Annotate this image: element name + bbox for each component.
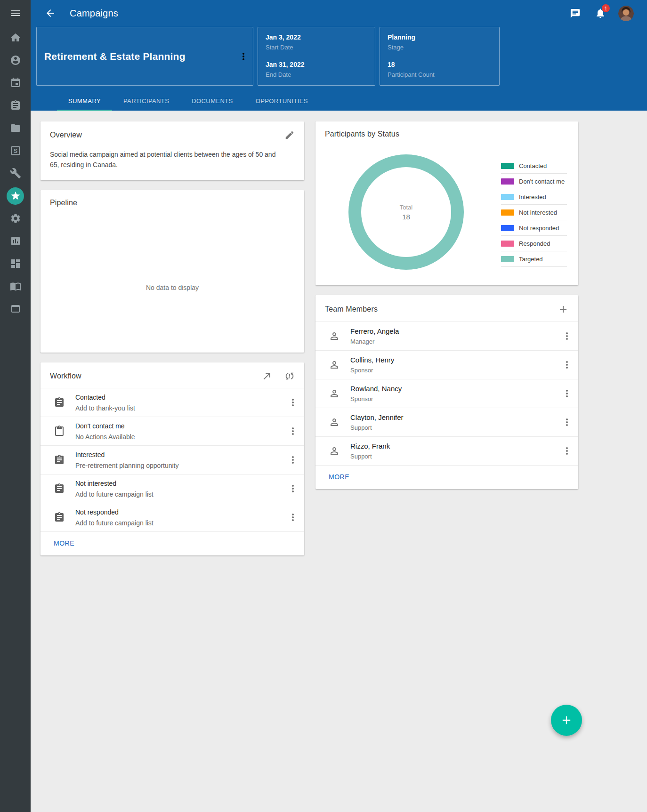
workflow-action: Pre-retirement planning opportunity <box>75 462 287 469</box>
workflow-row-menu-button[interactable] <box>287 512 299 523</box>
sidebar-item-dashboard[interactable] <box>0 252 31 275</box>
sidebar-item-calendar[interactable] <box>0 72 31 94</box>
plus-icon <box>560 714 573 727</box>
team-member-text: Clayton, Jennifer Support <box>350 413 561 431</box>
topbar: Campaigns 1 <box>31 0 647 26</box>
user-avatar[interactable] <box>618 6 634 21</box>
sidebar-item-accounts[interactable] <box>0 297 31 320</box>
workflow-sync-button[interactable] <box>284 371 295 381</box>
chat-button[interactable] <box>570 8 581 19</box>
pipeline-title: Pipeline <box>50 199 77 207</box>
team-member-menu-button[interactable] <box>561 388 573 399</box>
team-member-row: Rizzo, Frank Support <box>315 436 578 465</box>
back-button[interactable] <box>45 8 56 19</box>
kebab-icon <box>238 51 249 62</box>
team-members-header: Team Members <box>315 295 578 322</box>
hero-cards: Retirement & Estate Planning Jan 3, 2022… <box>36 27 641 86</box>
pencil-icon <box>284 130 295 140</box>
tasks-icon <box>10 100 21 111</box>
legend-swatch <box>501 241 514 247</box>
overview-title: Overview <box>50 131 82 139</box>
hamburger-icon <box>10 8 21 19</box>
tab-bar: SUMMARY PARTICIPANTS DOCUMENTS OPPORTUNI… <box>36 92 641 111</box>
kebab-icon <box>287 512 299 523</box>
team-member-menu-button[interactable] <box>561 445 573 457</box>
team-member-menu-button[interactable] <box>561 417 573 428</box>
sidebar-item-tasks[interactable] <box>0 94 31 117</box>
legend-swatch <box>501 225 514 231</box>
kebab-icon <box>561 445 573 457</box>
sidebar-item-library[interactable] <box>0 275 31 297</box>
tab-opportunities[interactable]: OPPORTUNITIES <box>244 92 319 111</box>
add-fab[interactable] <box>551 705 582 736</box>
menu-button[interactable] <box>0 0 31 26</box>
sidebar-item-documents[interactable] <box>0 117 31 139</box>
clipboard-icon <box>54 426 65 437</box>
person-icon <box>329 388 340 399</box>
campaign-name: Retirement & Estate Planning <box>44 51 186 62</box>
add-team-member-button[interactable] <box>558 304 569 315</box>
team-member-role: Manager <box>350 338 561 345</box>
active-item-highlight <box>7 187 24 205</box>
sidebar-item-reports[interactable] <box>0 230 31 252</box>
campaign-menu-button[interactable] <box>238 51 249 62</box>
kebab-icon <box>561 417 573 428</box>
workflow-status: Interested <box>75 451 287 458</box>
kebab-icon <box>287 397 299 408</box>
participants-chart-title: Participants by Status <box>325 130 399 138</box>
legend-label: Targeted <box>519 256 543 263</box>
sidebar-item-campaigns[interactable] <box>0 185 31 207</box>
start-date-label: Start Date <box>266 44 367 51</box>
plus-icon <box>558 304 569 315</box>
pipeline-empty-message: No data to display <box>40 214 304 353</box>
sidebar-item-tools[interactable] <box>0 162 31 185</box>
kebab-icon <box>561 330 573 342</box>
edit-overview-button[interactable] <box>284 130 295 140</box>
kebab-icon <box>561 359 573 370</box>
back-arrow-icon <box>45 8 56 19</box>
tab-summary[interactable]: SUMMARY <box>57 92 112 111</box>
team-more-button[interactable]: MORE <box>329 473 349 481</box>
workflow-row-menu-button[interactable] <box>287 397 299 408</box>
clipboard-list-icon <box>54 483 65 494</box>
team-member-role: Support <box>350 424 561 431</box>
legend-item: Not interested <box>501 205 567 220</box>
calendar-icon <box>10 77 21 88</box>
gear-icon <box>10 213 21 224</box>
sidebar-item-home[interactable] <box>0 26 31 49</box>
notes-icon: S <box>10 145 21 156</box>
home-icon <box>10 32 21 43</box>
team-member-role: Support <box>350 453 561 460</box>
team-member-text: Rizzo, Frank Support <box>350 442 561 460</box>
tab-participants[interactable]: PARTICIPANTS <box>112 92 180 111</box>
legend-swatch <box>501 209 514 216</box>
sidebar-item-notes[interactable]: S <box>0 139 31 162</box>
workflow-row-menu-button[interactable] <box>287 454 299 466</box>
workflow-row-menu-button[interactable] <box>287 426 299 437</box>
team-member-menu-button[interactable] <box>561 359 573 370</box>
notification-badge: 1 <box>602 4 610 12</box>
legend-label: Contacted <box>519 162 547 169</box>
tab-documents[interactable]: DOCUMENTS <box>180 92 244 111</box>
workflow-row: Contacted Add to thank-you list <box>40 388 304 417</box>
sidebar-item-settings[interactable] <box>0 207 31 230</box>
app-root: S Campaign <box>0 0 647 812</box>
workflow-row-menu-button[interactable] <box>287 483 299 494</box>
team-member-name: Rowland, Nancy <box>350 385 561 393</box>
sync-status-icon <box>284 371 295 381</box>
participant-count-value: 18 <box>388 61 492 68</box>
team-member-menu-button[interactable] <box>561 330 573 342</box>
start-date-value: Jan 3, 2022 <box>266 33 367 41</box>
participant-count-field: 18 Participant Count <box>388 61 492 78</box>
workflow-header-actions <box>262 371 295 381</box>
avatar-image <box>618 6 634 21</box>
workflow-row-text: Not responded Add to future campaign lis… <box>75 508 287 527</box>
book-icon <box>10 281 21 292</box>
workflow-open-button[interactable] <box>262 371 272 381</box>
campaign-name-card: Retirement & Estate Planning <box>36 27 253 86</box>
workflow-row-text: Interested Pre-retirement planning oppor… <box>75 451 287 469</box>
overview-header: Overview <box>40 121 304 147</box>
sidebar-item-contacts[interactable] <box>0 49 31 72</box>
workflow-more-button[interactable]: MORE <box>54 539 74 547</box>
person-icon <box>329 330 340 342</box>
